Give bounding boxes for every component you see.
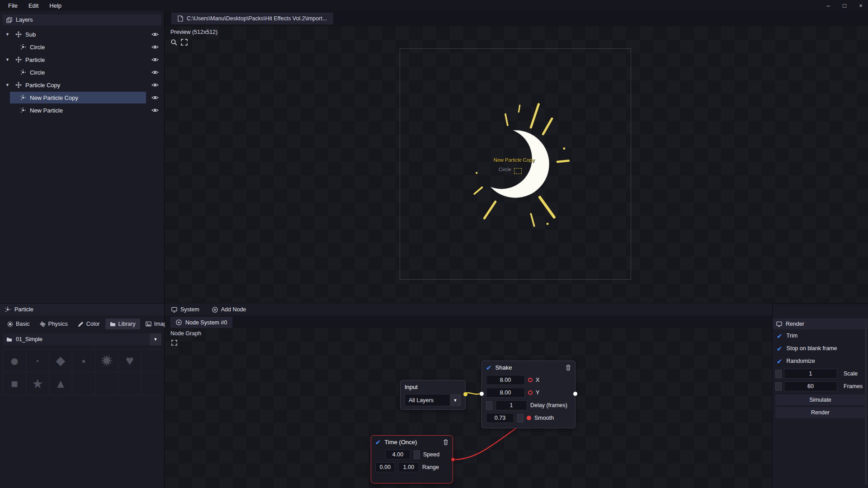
shake-y-input[interactable]: 8.00	[486, 388, 525, 398]
checkbox-checked-icon[interactable]: ✔	[777, 333, 783, 339]
dropdown-caret-icon[interactable]: ▼	[450, 394, 461, 406]
menu-edit[interactable]: Edit	[23, 2, 44, 9]
collapse-caret-icon[interactable]: ▼	[5, 57, 12, 62]
simulate-button[interactable]: Simulate	[775, 394, 865, 405]
shape-triangle[interactable]: ▲	[49, 372, 72, 395]
node-shake[interactable]: ✔ Shake 8.00 X 8.00 Y 1 Delay (frames) 0…	[481, 361, 576, 428]
shape-small-circle[interactable]: ●	[72, 349, 95, 372]
minimize-button[interactable]: –	[825, 2, 832, 9]
layer-row-new-particle[interactable]: New Particle	[0, 104, 164, 117]
option-randomize[interactable]: ✔ Randomize	[773, 355, 868, 367]
shake-smooth-input[interactable]: 0.73	[486, 413, 514, 423]
node-graph-canvas[interactable]: Node Graph Input All Layers ▼ ✔ Shake	[165, 328, 772, 488]
shape-circle[interactable]: ●	[3, 349, 26, 372]
drag-handle[interactable]	[486, 401, 492, 410]
visibility-eye-icon[interactable]	[151, 108, 159, 113]
particle-tabs: Basic Physics Color Library Image	[0, 315, 164, 332]
tab-label: Color	[86, 321, 100, 327]
shape-star[interactable]: ★	[26, 372, 49, 395]
shape-empty[interactable]	[142, 349, 164, 372]
layer-row-circle-1[interactable]: Circle	[0, 41, 164, 53]
visibility-eye-icon[interactable]	[151, 95, 159, 100]
visibility-eye-icon[interactable]	[151, 82, 159, 88]
scrollbar[interactable]	[865, 319, 867, 485]
tab-node-system-0[interactable]: Node System #0	[170, 317, 232, 328]
file-path-tab[interactable]: C:\Users\Manu\Desktop\Packs\Hit Effects …	[171, 13, 333, 24]
checkbox-checked-icon[interactable]: ✔	[777, 358, 783, 365]
render-button[interactable]: Render	[775, 407, 865, 418]
shape-dot[interactable]: ●	[26, 349, 49, 372]
layer-row-new-particle-copy[interactable]: New Particle Copy	[0, 91, 164, 104]
drag-handle[interactable]	[775, 370, 782, 378]
scale-input[interactable]: 1	[784, 369, 837, 379]
shape-empty[interactable]	[72, 372, 95, 395]
node-time-once[interactable]: ✔ Time (Once) 4.00 Speed 0.00 1.00 Range	[371, 435, 453, 483]
time-range-from-input[interactable]: 0.00	[375, 462, 395, 472]
menu-help[interactable]: Help	[44, 2, 67, 9]
delete-node-icon[interactable]	[566, 365, 571, 371]
menu-file[interactable]: File	[3, 2, 23, 9]
port-y-icon[interactable]	[528, 390, 533, 395]
tab-color[interactable]: Color	[73, 319, 104, 329]
shape-empty[interactable]	[95, 372, 118, 395]
shape-empty[interactable]	[118, 372, 141, 395]
close-button[interactable]: ×	[857, 2, 864, 9]
output-port-red[interactable]	[451, 457, 455, 462]
visibility-eye-icon[interactable]	[151, 70, 159, 75]
shape-glyph: ▲	[55, 377, 66, 391]
param-label: Smooth	[534, 415, 554, 421]
layer-row-particle-copy[interactable]: ▼ Particle Copy	[0, 79, 164, 91]
image-icon	[146, 321, 151, 327]
add-node-button[interactable]: Add Node	[212, 306, 246, 313]
time-range-to-input[interactable]: 1.00	[398, 462, 419, 472]
tab-library[interactable]: Library	[105, 319, 140, 329]
fit-expand-icon[interactable]	[181, 39, 188, 46]
time-speed-input[interactable]: 4.00	[385, 450, 410, 460]
option-trim[interactable]: ✔ Trim	[773, 329, 868, 342]
layer-row-circle-2[interactable]: Circle	[0, 66, 164, 79]
preview-canvas[interactable]: Preview (512x512)	[165, 26, 868, 303]
dropdown-caret-icon[interactable]: ▼	[150, 333, 161, 345]
port-x-icon[interactable]	[528, 378, 533, 382]
plus-circle-icon	[212, 307, 218, 313]
layer-row-sub[interactable]: ▼ Sub	[0, 28, 164, 41]
shape-diamond[interactable]: ◆	[49, 349, 72, 372]
shape-heart[interactable]: ♥	[118, 349, 141, 372]
frame-corners-icon[interactable]	[171, 340, 177, 346]
node-input[interactable]: Input All Layers ▼	[400, 380, 466, 410]
delete-node-icon[interactable]	[443, 439, 448, 445]
drag-handle[interactable]	[775, 382, 782, 391]
drag-handle[interactable]	[517, 414, 524, 422]
collapse-caret-icon[interactable]: ▼	[5, 32, 12, 37]
input-port[interactable]	[480, 392, 484, 396]
particle-panel-header: Particle	[0, 304, 164, 315]
collapse-caret-icon[interactable]: ▼	[5, 83, 12, 87]
library-folder-select[interactable]: 01_Simple ▼	[3, 333, 161, 345]
node-enabled-checkbox[interactable]: ✔	[486, 364, 492, 371]
drag-handle[interactable]	[414, 450, 420, 459]
layer-row-particle[interactable]: ▼ Particle	[0, 53, 164, 66]
node-enabled-checkbox[interactable]: ✔	[375, 439, 381, 446]
visibility-eye-icon[interactable]	[151, 44, 159, 50]
shape-square[interactable]: ■	[3, 372, 26, 395]
frames-input[interactable]: 60	[784, 381, 837, 391]
output-port[interactable]	[463, 392, 467, 396]
input-layer-select[interactable]: All Layers ▼	[405, 394, 461, 406]
option-stop-on-blank-frame[interactable]: ✔ Stop on blank frame	[773, 342, 868, 355]
tab-physics[interactable]: Physics	[35, 319, 72, 329]
time-speed-row: 4.00 Speed	[371, 448, 453, 461]
system-tab[interactable]: System	[171, 306, 199, 313]
visibility-eye-icon[interactable]	[151, 57, 159, 62]
shake-x-input[interactable]: 8.00	[486, 375, 525, 385]
shape-burst[interactable]	[95, 349, 118, 372]
checkbox-checked-icon[interactable]: ✔	[777, 345, 783, 352]
node-graph-area: System Add Node Node System #0 Node Grap…	[165, 304, 772, 488]
shape-empty[interactable]	[142, 372, 164, 395]
port-smooth-icon[interactable]	[527, 416, 531, 420]
tab-basic[interactable]: Basic	[3, 319, 34, 329]
shake-delay-input[interactable]: 1	[495, 400, 527, 410]
maximize-button[interactable]: □	[841, 2, 848, 9]
visibility-eye-icon[interactable]	[151, 32, 159, 37]
zoom-magnifier-icon[interactable]	[170, 39, 177, 46]
output-port[interactable]	[573, 392, 577, 396]
